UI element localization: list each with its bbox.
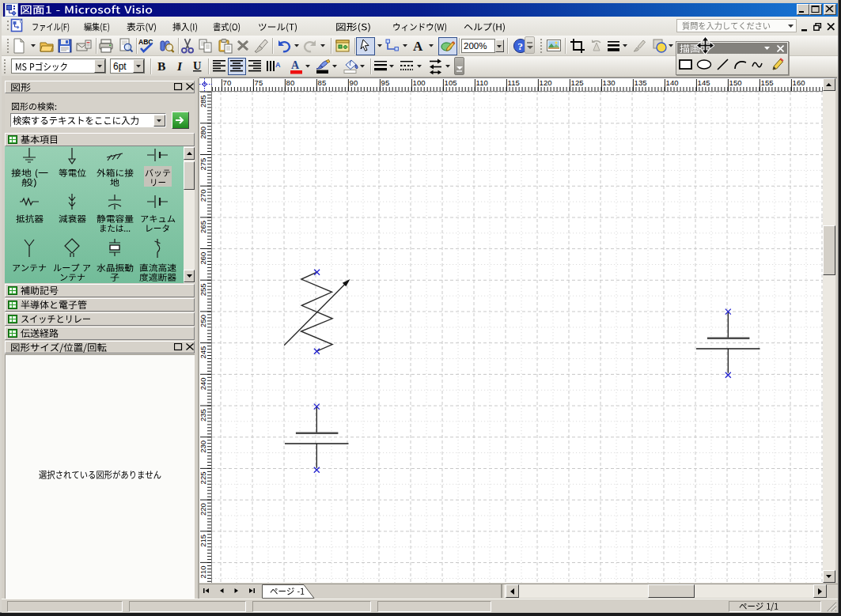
svg-text:70: 70: [223, 78, 232, 87]
svg-text:200%: 200%: [464, 41, 487, 51]
svg-text:A: A: [275, 61, 281, 69]
svg-text:140: 140: [666, 78, 679, 87]
svg-text:275: 275: [199, 158, 207, 171]
svg-text:80: 80: [286, 78, 295, 87]
svg-text:215: 215: [199, 535, 207, 547]
svg-text:100: 100: [413, 78, 426, 87]
svg-text:120: 120: [540, 78, 552, 87]
svg-text:225: 225: [199, 472, 207, 485]
svg-text:240: 240: [199, 377, 207, 390]
svg-text:255: 255: [199, 283, 207, 296]
svg-text:130: 130: [603, 78, 616, 87]
svg-text:230: 230: [199, 440, 207, 453]
svg-text:150: 150: [729, 78, 742, 87]
svg-text:235: 235: [199, 409, 207, 421]
svg-text:265: 265: [199, 221, 207, 233]
svg-text:160: 160: [793, 78, 805, 87]
svg-text:110: 110: [476, 78, 488, 87]
svg-text:90: 90: [350, 78, 358, 87]
svg-text:270: 270: [199, 189, 207, 202]
svg-text:6pt: 6pt: [113, 61, 127, 72]
svg-text:145: 145: [698, 78, 710, 87]
svg-text:115: 115: [508, 78, 520, 87]
svg-text:250: 250: [199, 315, 207, 327]
svg-text:?: ?: [517, 40, 523, 52]
svg-text:95: 95: [381, 78, 390, 87]
svg-text:75: 75: [255, 78, 263, 87]
svg-text:105: 105: [445, 78, 457, 87]
svg-text:A: A: [291, 59, 300, 71]
svg-text:I: I: [176, 59, 183, 73]
svg-text:125: 125: [571, 78, 584, 87]
svg-text:280: 280: [199, 127, 207, 139]
svg-text:260: 260: [199, 252, 207, 265]
svg-text:135: 135: [635, 78, 647, 87]
svg-text:220: 220: [199, 503, 207, 516]
svg-text:U: U: [193, 59, 202, 72]
svg-text:245: 245: [199, 346, 207, 359]
svg-text:210: 210: [199, 566, 207, 579]
svg-text:155: 155: [761, 78, 774, 87]
svg-text:85: 85: [318, 78, 327, 87]
svg-text:285: 285: [199, 95, 207, 108]
svg-text:A: A: [413, 39, 423, 54]
svg-text:B: B: [157, 59, 165, 73]
